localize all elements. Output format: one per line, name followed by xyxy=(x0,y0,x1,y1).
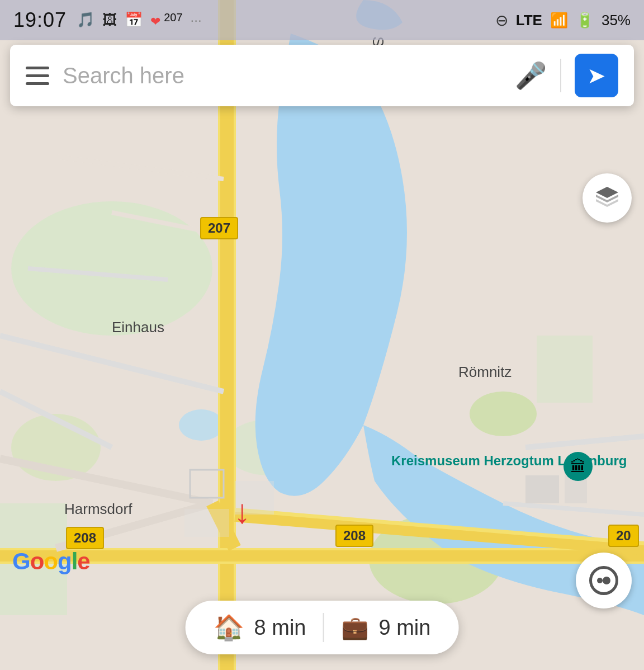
home-icon: 🏠 xyxy=(214,613,244,642)
location-marker: ↓ xyxy=(234,492,250,531)
home-time-item[interactable]: 🏠 8 min xyxy=(214,613,306,642)
crosshair-center xyxy=(603,577,610,584)
work-travel-time: 9 min xyxy=(379,616,431,640)
crosshair-icon xyxy=(589,566,618,595)
road-badge-20: 20 xyxy=(608,525,639,547)
search-divider xyxy=(560,59,561,92)
location-button[interactable] xyxy=(576,553,632,608)
work-icon: 💼 xyxy=(341,615,369,641)
svg-rect-6 xyxy=(537,336,593,403)
home-travel-time: 8 min xyxy=(254,616,306,640)
bottom-card[interactable]: 🏠 8 min 💼 9 min xyxy=(186,601,459,654)
card-divider xyxy=(323,613,324,642)
status-icons: 🎵 🖼 📅 ❤ 207 ··· xyxy=(77,11,485,29)
menu-button[interactable] xyxy=(26,67,49,85)
status-time: 19:07 xyxy=(13,8,67,32)
search-input[interactable]: Search here xyxy=(63,63,501,88)
directions-icon: ➤ xyxy=(587,63,606,88)
status-right-icons: ⊖ LTE 📶 🔋 35% xyxy=(495,11,631,30)
road-badge-207: 207 xyxy=(200,217,238,239)
svg-point-5 xyxy=(470,391,537,436)
museum-icon xyxy=(564,452,593,481)
directions-button[interactable]: ➤ xyxy=(575,54,618,97)
svg-point-8 xyxy=(179,409,224,441)
calendar-icon: 📅 xyxy=(125,11,143,29)
battery-icon: 🔋 xyxy=(576,12,594,29)
menu-line-1 xyxy=(26,67,49,69)
svg-rect-27 xyxy=(184,509,229,537)
search-bar[interactable]: Search here 🎤 ➤ xyxy=(10,45,634,106)
road-badge-208-left: 208 xyxy=(66,527,104,549)
do-not-disturb-icon: ⊖ xyxy=(495,11,508,30)
heart-badge-icon: ❤ 207 xyxy=(150,11,183,29)
layers-icon xyxy=(594,185,621,211)
svg-rect-28 xyxy=(525,475,559,503)
svg-rect-12 xyxy=(0,550,644,562)
menu-line-3 xyxy=(26,82,49,85)
work-time-item[interactable]: 💼 9 min xyxy=(341,615,431,641)
layer-button[interactable] xyxy=(583,173,632,223)
photo-icon: 🖼 xyxy=(102,11,117,29)
mic-icon[interactable]: 🎤 xyxy=(515,60,547,91)
status-bar: 19:07 🎵 🖼 📅 ❤ 207 ··· ⊖ LTE 📶 🔋 35% xyxy=(0,0,644,40)
music-icon: 🎵 xyxy=(77,11,94,29)
signal-icon: 📶 xyxy=(550,12,568,29)
google-logo: Google xyxy=(12,548,90,575)
lte-label: LTE xyxy=(516,12,542,29)
menu-line-2 xyxy=(26,74,49,77)
road-badge-208-right: 208 xyxy=(335,525,373,547)
battery-level: 35% xyxy=(602,12,631,29)
